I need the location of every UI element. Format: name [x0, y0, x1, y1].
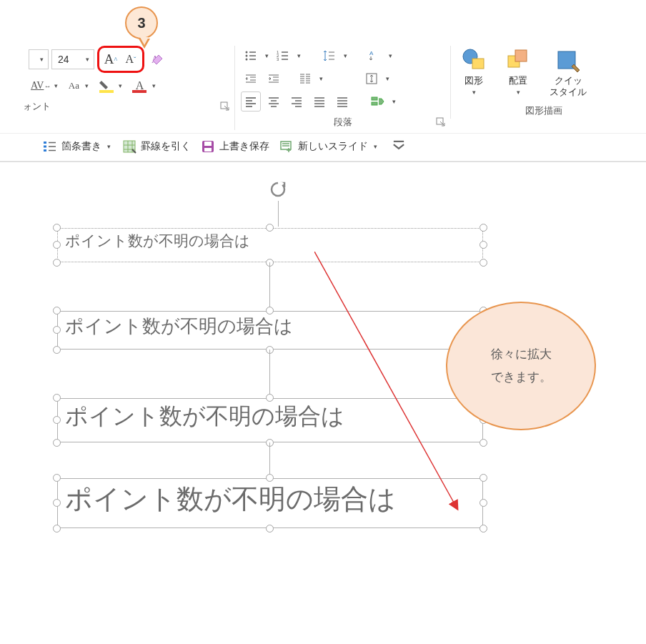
line-spacing-button[interactable] — [319, 46, 339, 66]
step-number-badge: 3 — [125, 6, 158, 39]
resize-handle[interactable] — [53, 394, 61, 402]
chevron-down-icon[interactable]: ▾ — [384, 75, 391, 82]
text-direction-button[interactable]: A — [364, 46, 384, 66]
chevron-down-icon[interactable]: ▾ — [387, 52, 394, 59]
textbox-4[interactable]: ポイント数が不明の場合は — [57, 478, 483, 528]
decrease-indent-button[interactable] — [241, 69, 261, 89]
textbox-2[interactable]: ポイント数が不明の場合は — [57, 311, 483, 350]
align-justify-button[interactable] — [309, 91, 329, 112]
qat-bullets-button[interactable]: 箇条書き ▾ — [43, 139, 112, 154]
chevron-down-icon: ▾ — [471, 89, 477, 96]
chevron-down-icon[interactable]: ▾ — [296, 52, 302, 59]
resize-handle[interactable] — [53, 525, 61, 532]
resize-handle[interactable] — [479, 241, 487, 249]
align-text-button[interactable] — [362, 69, 382, 89]
textbox-2-text: ポイント数が不明の場合は — [65, 316, 293, 337]
drawing-group: 図形 ▾ 配置 ▾ クイッ スタイル 図形描画 — [450, 46, 636, 119]
paragraph-group: ▾ 123▾ ▾ A▾ ▾ ▾ — [234, 46, 450, 130]
decrease-font-size-button[interactable]: Aˇ — [121, 49, 141, 69]
chevron-down-icon[interactable]: ▾ — [391, 98, 397, 105]
clear-formatting-button[interactable]: A — [147, 49, 167, 69]
dialog-launcher-icon[interactable] — [436, 117, 446, 127]
resize-handle[interactable] — [53, 499, 61, 507]
chevron-down-icon[interactable]: ▾ — [151, 82, 157, 89]
qat-save-button[interactable]: 上書き保存 — [201, 139, 269, 154]
textbox-1-text: ポイント数が不明の場合は — [65, 232, 250, 249]
resize-handle[interactable] — [266, 474, 274, 482]
rotation-handle-icon[interactable] — [269, 180, 287, 227]
paragraph-group-label: 段落 — [235, 116, 450, 129]
step-number: 3 — [137, 15, 145, 31]
callout-line1: 徐々に拡大 — [491, 343, 552, 366]
connector-line — [269, 262, 270, 311]
resize-handle[interactable] — [266, 525, 274, 532]
chevron-down-icon[interactable]: ▾ — [84, 82, 90, 89]
change-case-button[interactable]: Aa — [64, 76, 84, 96]
resize-handle[interactable] — [479, 259, 487, 267]
highlight-color-button[interactable] — [97, 76, 117, 96]
resize-handle[interactable] — [53, 346, 61, 354]
smartart-button[interactable] — [368, 91, 388, 112]
resize-handle[interactable] — [53, 241, 61, 249]
resize-handle[interactable] — [266, 224, 274, 232]
char-spacing-button[interactable]: AV ↔ — [29, 76, 53, 96]
resize-handle[interactable] — [266, 394, 274, 402]
resize-handle[interactable] — [53, 307, 61, 314]
resize-handle[interactable] — [479, 224, 487, 232]
textbox-3[interactable]: ポイント数が不明の場合は — [57, 398, 483, 442]
shapes-button[interactable]: 図形 ▾ — [457, 46, 491, 97]
chevron-down-icon[interactable]: ▾ — [53, 82, 59, 89]
numbering-button[interactable]: 123 — [273, 46, 293, 66]
columns-button[interactable] — [295, 69, 315, 89]
dialog-launcher-icon[interactable] — [220, 101, 230, 112]
qat-newslide-button[interactable]: 新しいスライド ▾ — [279, 139, 379, 154]
textbox-3-text: ポイント数が不明の場合は — [65, 403, 344, 429]
align-left-button[interactable] — [241, 91, 261, 112]
svg-rect-18 — [515, 50, 527, 61]
qat-overflow-button[interactable] — [392, 139, 406, 154]
svg-text:3: 3 — [277, 57, 279, 61]
quick-access-toolbar: 箇条書き ▾ 罫線を引く 上書き保存 新しいスライド ▾ — [0, 133, 646, 162]
increase-font-size-button[interactable]: A^ — [101, 49, 121, 69]
resize-handle[interactable] — [479, 439, 487, 447]
svg-rect-13 — [372, 102, 377, 105]
quick-styles-button[interactable]: クイッ スタイル — [545, 46, 591, 100]
distribute-button[interactable] — [332, 91, 352, 112]
qat-grid-label: 罫線を引く — [141, 140, 191, 153]
svg-rect-2 — [132, 90, 146, 93]
chevron-down-icon[interactable]: ▾ — [264, 52, 270, 59]
resize-handle[interactable] — [53, 416, 61, 424]
svg-text:A: A — [369, 50, 374, 56]
font-size-select[interactable]: 24 ▾ — [51, 49, 94, 69]
chevron-down-icon[interactable]: ▾ — [342, 52, 349, 59]
resize-handle[interactable] — [266, 307, 274, 314]
resize-handle[interactable] — [479, 525, 487, 532]
qat-grid-button[interactable]: 罫線を引く — [122, 139, 191, 154]
chevron-down-icon[interactable]: ▾ — [318, 75, 324, 82]
font-size-buttons-highlight: A^ Aˇ — [97, 46, 144, 73]
qat-save-label: 上書き保存 — [219, 140, 269, 153]
font-name-select[interactable]: ▾ — [29, 49, 49, 69]
textbox-1[interactable]: ポイント数が不明の場合は — [57, 228, 483, 262]
slide-canvas: ポイント数が不明の場合は ポイント数が不明の場合は ポイント数が不明の場合は — [0, 162, 646, 577]
resize-handle[interactable] — [53, 326, 61, 334]
font-group: ▾ 24 ▾ A^ Aˇ A AV ↔ ▾ — [23, 46, 234, 114]
ribbon-area: 3 ▾ 24 ▾ A^ Aˇ A — [0, 0, 646, 162]
resize-handle[interactable] — [53, 224, 61, 232]
svg-rect-20 — [44, 142, 46, 144]
align-center-button[interactable] — [264, 91, 284, 112]
resize-handle[interactable] — [479, 474, 487, 482]
svg-rect-26 — [204, 148, 212, 152]
resize-handle[interactable] — [53, 259, 61, 267]
bullets-button[interactable] — [241, 46, 261, 66]
arrange-button[interactable]: 配置 ▾ — [501, 46, 535, 97]
qat-bullets-label: 箇条書き — [61, 140, 101, 153]
resize-handle[interactable] — [479, 499, 487, 507]
chevron-down-icon[interactable]: ▾ — [117, 82, 124, 89]
align-right-button[interactable] — [287, 91, 307, 112]
resize-handle[interactable] — [53, 439, 61, 447]
resize-handle[interactable] — [53, 474, 61, 482]
chevron-down-icon: ▾ — [106, 143, 112, 150]
qat-newslide-label: 新しいスライド — [298, 140, 368, 153]
increase-indent-button[interactable] — [264, 69, 284, 89]
